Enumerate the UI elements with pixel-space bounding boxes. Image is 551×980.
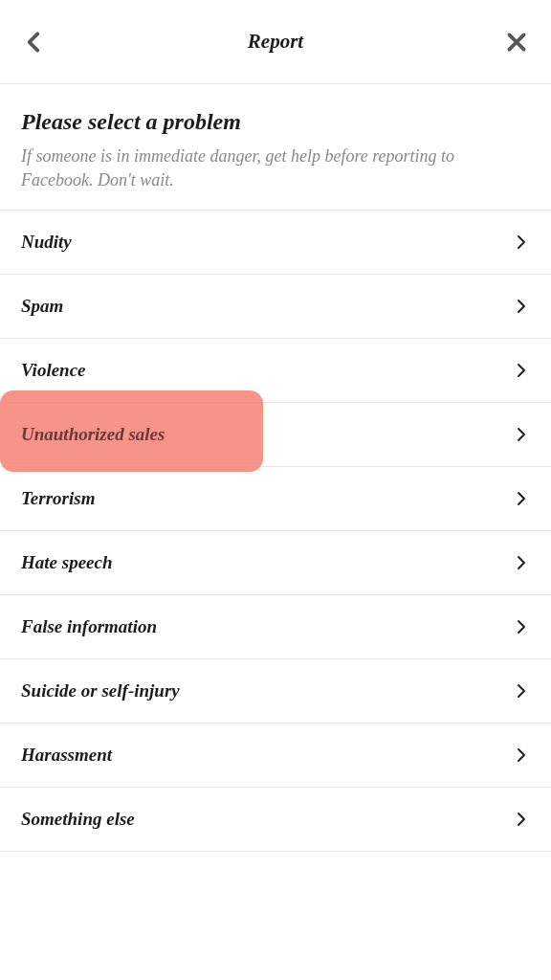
- problem-item[interactable]: Something else: [0, 788, 551, 852]
- problem-item[interactable]: Spam: [0, 275, 551, 339]
- problem-item[interactable]: Suicide or self-injury: [0, 659, 551, 724]
- page-title: Report: [248, 30, 303, 54]
- chevron-right-icon: [513, 554, 530, 571]
- chevron-right-icon: [513, 298, 530, 315]
- problem-label: Violence: [21, 360, 86, 381]
- chevron-right-icon: [513, 234, 530, 251]
- problem-label: Something else: [21, 809, 135, 830]
- problem-label: Nudity: [21, 232, 72, 253]
- chevron-right-icon: [513, 426, 530, 443]
- problem-label: Suicide or self-injury: [21, 680, 180, 702]
- problem-label: Spam: [21, 296, 63, 317]
- chevron-right-icon: [513, 811, 530, 828]
- back-button[interactable]: [21, 29, 48, 56]
- problem-item[interactable]: Harassment: [0, 724, 551, 788]
- chevron-right-icon: [513, 618, 530, 635]
- chevron-right-icon: [513, 682, 530, 700]
- problem-item[interactable]: Hate speech: [0, 531, 551, 595]
- instructions-text: If someone is in immediate danger, get h…: [21, 145, 530, 192]
- problem-label: False information: [21, 616, 157, 637]
- problem-item[interactable]: Unauthorized sales: [0, 403, 551, 467]
- problem-item[interactable]: False information: [0, 595, 551, 659]
- problem-item[interactable]: Violence: [0, 339, 551, 403]
- problem-label: Terrorism: [21, 488, 95, 509]
- instructions: Please select a problem If someone is in…: [0, 84, 551, 210]
- content: Please select a problem If someone is in…: [0, 84, 551, 852]
- problem-list: NuditySpamViolenceUnauthorized salesTerr…: [0, 210, 551, 852]
- chevron-right-icon: [513, 362, 530, 379]
- problem-item[interactable]: Nudity: [0, 210, 551, 275]
- chevron-left-icon: [22, 30, 47, 55]
- problem-label: Harassment: [21, 745, 112, 766]
- problem-label: Hate speech: [21, 552, 113, 573]
- chevron-right-icon: [513, 490, 530, 507]
- problem-item[interactable]: Terrorism: [0, 467, 551, 531]
- problem-label: Unauthorized sales: [21, 424, 165, 445]
- chevron-right-icon: [513, 746, 530, 764]
- close-icon: [504, 30, 529, 55]
- header: Report: [0, 0, 551, 84]
- instructions-title: Please select a problem: [21, 109, 530, 135]
- close-button[interactable]: [503, 29, 530, 56]
